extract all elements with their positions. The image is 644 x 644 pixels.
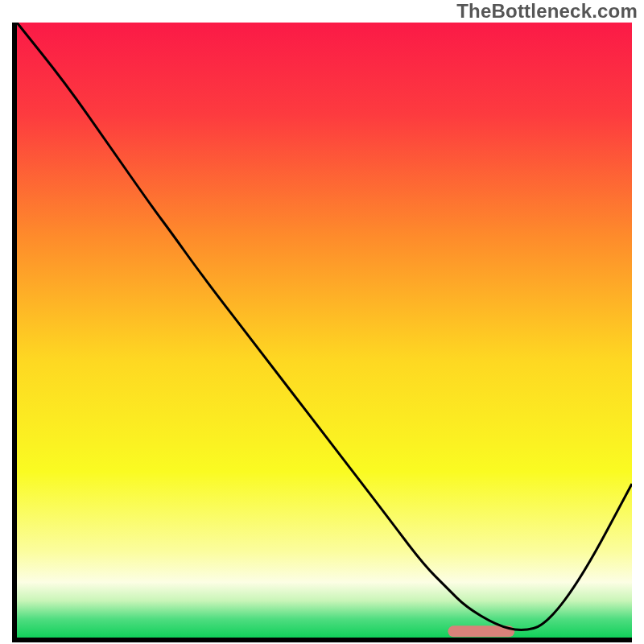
plot-area (17, 23, 632, 638)
axes (12, 23, 632, 642)
attribution-label: TheBottleneck.com (456, 0, 638, 23)
heat-gradient-background (17, 23, 632, 638)
chart-frame: TheBottleneck.com (0, 0, 644, 644)
